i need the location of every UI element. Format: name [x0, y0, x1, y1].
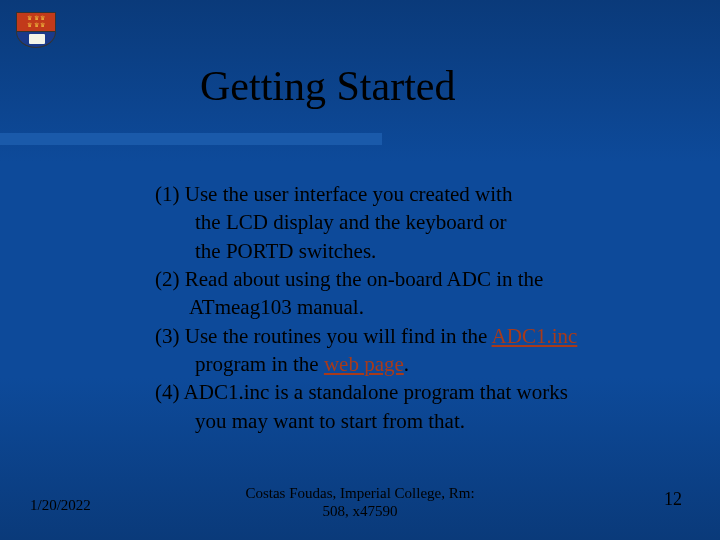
crest-top: ♛ ♛ ♛♛ ♛ ♛	[16, 12, 56, 32]
item-4-line-1: (4) ADC1.inc is a standalone program tha…	[155, 378, 695, 406]
slide-content: (1) Use the user interface you created w…	[155, 180, 695, 435]
item-1-line-3: the PORTD switches.	[155, 237, 695, 265]
item-3-text-b: program in the	[195, 352, 324, 376]
item-3-text-c: .	[404, 352, 409, 376]
item-2-line-1: (2) Read about using the on-board ADC in…	[155, 265, 695, 293]
title-underline	[0, 133, 382, 145]
slide-footer: 1/20/2022 Costas Foudas, Imperial Colleg…	[0, 480, 720, 520]
item-3-line-2: program in the web page.	[155, 350, 695, 378]
crest-logo: ♛ ♛ ♛♛ ♛ ♛	[16, 12, 64, 60]
link-adc1-inc[interactable]: ADC1.inc	[492, 324, 578, 348]
crest-shield: ♛ ♛ ♛♛ ♛ ♛	[16, 12, 56, 52]
footer-author-line-2: 508, x47590	[323, 503, 398, 519]
item-4-line-2: you may want to start from that.	[155, 407, 695, 435]
footer-author-line-1: Costas Foudas, Imperial College, Rm:	[245, 485, 474, 501]
item-3-line-1: (3) Use the routines you will find in th…	[155, 322, 695, 350]
item-3-text-a: (3) Use the routines you will find in th…	[155, 324, 492, 348]
crest-book-icon	[29, 34, 45, 44]
item-2-line-2: ATmeag103 manual.	[155, 293, 695, 321]
crest-bottom	[16, 32, 56, 48]
item-1-line-2: the LCD display and the keyboard or	[155, 208, 695, 236]
crest-lions: ♛ ♛ ♛♛ ♛ ♛	[17, 15, 55, 29]
item-1-line-1: (1) Use the user interface you created w…	[155, 180, 695, 208]
footer-author: Costas Foudas, Imperial College, Rm: 508…	[0, 484, 720, 520]
slide-title: Getting Started	[200, 62, 455, 110]
link-web-page[interactable]: web page	[324, 352, 404, 376]
footer-page-number: 12	[664, 489, 682, 510]
